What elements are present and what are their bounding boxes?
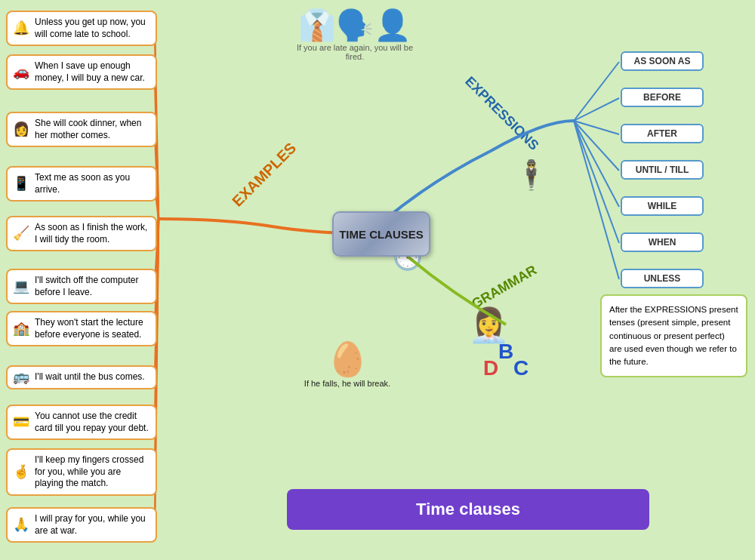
lady-with-book-icon: 👩‍💼 <box>468 306 510 345</box>
expression-box-7: UNLESS <box>621 269 704 288</box>
expression-box-3: AFTER <box>621 124 704 143</box>
expression-box-4: UNTIL / TILL <box>621 160 704 180</box>
example-text-3: She will cook dinner, when her mother co… <box>35 118 141 140</box>
example-box-6: 💻I'll switch off the computer before I l… <box>6 269 157 304</box>
title-box: Time clauses <box>287 489 649 530</box>
example-icon-7: 🏫 <box>11 318 32 340</box>
grammar-label: GRAMMAR <box>469 262 540 312</box>
svg-line-16 <box>574 121 619 243</box>
examples-label: EXAMPLES <box>229 139 300 210</box>
svg-line-17 <box>574 121 619 279</box>
example-icon-2: 🚗 <box>11 62 32 83</box>
example-text-6: I'll switch off the computer before I le… <box>35 275 138 297</box>
example-text-5: As soon as I finish the work, I will tid… <box>35 222 147 245</box>
example-text-11: I will pray for you, while you are at wa… <box>35 513 146 536</box>
example-icon-9: 💳 <box>11 412 32 433</box>
example-icon-6: 💻 <box>11 276 32 297</box>
example-text-4: Text me as soon as you arrive. <box>35 172 130 195</box>
expressions-label: EXPRESSIONS <box>461 73 541 153</box>
example-box-11: 🙏I will pray for you, while you are at w… <box>6 507 157 543</box>
letter-c: C <box>513 358 528 379</box>
example-icon-5: 🧹 <box>11 223 32 245</box>
example-text-2: When I save up enough money, I will buy … <box>35 60 145 83</box>
letter-d: D <box>483 358 498 379</box>
example-icon-10: 🤞 <box>11 461 32 482</box>
example-text-1: Unless you get up now, you will come lat… <box>35 17 146 39</box>
businessman-icon: 🕴️ <box>513 158 549 192</box>
scene-bottom-caption: 🥚 If he falls, he will break. <box>287 340 408 388</box>
example-box-7: 🏫They won't start the lecture before eve… <box>6 311 157 346</box>
example-text-10: I'll keep my fingers crossed for you, wh… <box>35 454 143 488</box>
expression-box-5: WHILE <box>621 196 704 216</box>
example-box-2: 🚗When I save up enough money, I will buy… <box>6 54 157 90</box>
example-box-8: 🚌I'll wait until the bus comes. <box>6 365 157 389</box>
example-icon-1: 🔔 <box>11 18 32 39</box>
example-box-9: 💳You cannot use the credit card till you… <box>6 405 157 440</box>
example-icon-8: 🚌 <box>11 367 32 388</box>
example-icon-11: 🙏 <box>11 515 32 536</box>
svg-line-13 <box>574 121 619 134</box>
example-text-7: They won't start the lecture before ever… <box>35 317 143 340</box>
example-text-8: I'll wait until the bus comes. <box>35 371 145 382</box>
scene-top-caption: 👔🗣️👤 If you are late again, you will be … <box>294 8 415 61</box>
expression-box-2: BEFORE <box>621 88 704 107</box>
center-node: TIME CLAUSES <box>332 211 430 257</box>
example-box-1: 🔔Unless you get up now, you will come la… <box>6 11 157 46</box>
example-icon-3: 👩 <box>11 119 32 140</box>
expression-box-6: WHEN <box>621 232 704 252</box>
grammar-note-box: After the EXPRESSIONS present tenses (pr… <box>600 294 747 377</box>
example-box-10: 🤞I'll keep my fingers crossed for you, w… <box>6 448 157 496</box>
example-text-9: You cannot use the credit card till you … <box>35 411 149 433</box>
svg-line-11 <box>574 62 619 121</box>
example-icon-4: 📱 <box>11 174 32 195</box>
svg-line-12 <box>574 98 619 121</box>
expression-box-1: AS SOON AS <box>621 51 704 71</box>
example-box-4: 📱Text me as soon as you arrive. <box>6 166 157 202</box>
example-box-5: 🧹As soon as I finish the work, I will ti… <box>6 216 157 251</box>
svg-line-14 <box>574 121 619 171</box>
example-box-3: 👩She will cook dinner, when her mother c… <box>6 112 157 147</box>
svg-line-15 <box>574 121 619 207</box>
